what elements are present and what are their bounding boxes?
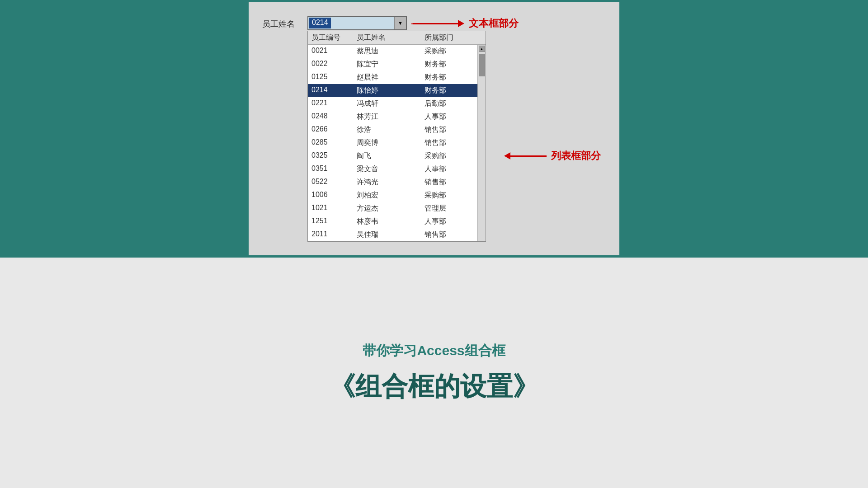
- dialog-card: 员工姓名 0214 ▼ 员工编号 员工姓名 所属部门: [249, 2, 619, 255]
- annotation-textbox-container: 文本框部分: [411, 17, 519, 30]
- table-row[interactable]: 0522许鸿光销售部: [308, 176, 477, 189]
- cell-id: 0021: [308, 46, 353, 57]
- cell-id: 0221: [308, 98, 353, 109]
- cell-dept: 销售部: [421, 124, 477, 136]
- table-row[interactable]: 0351梁文音人事部: [308, 163, 477, 176]
- cell-id: 0285: [308, 137, 353, 149]
- cell-name: 赵晨祥: [353, 72, 421, 83]
- cell-dept: 采购部: [421, 190, 477, 201]
- cell-dept: 后勤部: [421, 98, 477, 109]
- table-row[interactable]: 2011吴佳瑞销售部: [308, 228, 477, 241]
- cell-name: 吴佳瑞: [353, 229, 421, 240]
- cell-dept: 管理层: [421, 203, 477, 214]
- listbox-body: 0021蔡思迪采购部0022陈宜宁财务部0125赵晨祥财务部0214陈怡婷财务部…: [308, 45, 486, 241]
- listbox-rows: 0021蔡思迪采购部0022陈宜宁财务部0125赵晨祥财务部0214陈怡婷财务部…: [308, 45, 477, 241]
- arrow-left-head: [504, 152, 510, 160]
- cell-name: 林芳江: [353, 111, 421, 122]
- cell-name: 陈宜宁: [353, 59, 421, 70]
- combo-box[interactable]: 0214 ▼ 员工编号 员工姓名 所属部门 0021蔡思迪采购: [307, 16, 486, 242]
- cell-id: 1021: [308, 203, 353, 214]
- cell-name: 冯成轩: [353, 98, 421, 109]
- cell-name: 许鸿光: [353, 177, 421, 188]
- cell-name: 阎飞: [353, 150, 421, 162]
- table-row[interactable]: 0221冯成轩后勤部: [308, 97, 477, 110]
- annotation-listbox-label: 列表框部分: [551, 149, 601, 163]
- cell-id: 0351: [308, 164, 353, 175]
- cell-dept: 财务部: [421, 72, 477, 83]
- table-row[interactable]: 0248林芳江人事部: [308, 110, 477, 123]
- cell-dept: 销售部: [421, 137, 477, 149]
- table-row[interactable]: 1021方运杰管理层: [308, 202, 477, 215]
- table-row[interactable]: 0214陈怡婷财务部: [308, 84, 477, 97]
- table-row[interactable]: 0285周奕博销售部: [308, 136, 477, 150]
- combo-dropdown-arrow[interactable]: ▼: [394, 17, 406, 29]
- scroll-thumb[interactable]: [479, 54, 485, 76]
- cell-id: 0125: [308, 72, 353, 83]
- arrow-right-head: [458, 20, 464, 27]
- annotation-textbox-label: 文本框部分: [469, 17, 519, 30]
- cell-dept: 人事部: [421, 111, 477, 122]
- cell-dept: 财务部: [421, 59, 477, 70]
- cell-name: 蔡思迪: [353, 46, 421, 57]
- annotation-listbox-container: 列表框部分: [504, 149, 601, 163]
- cell-name: 刘柏宏: [353, 190, 421, 201]
- scrollbar[interactable]: ▲: [477, 45, 486, 241]
- table-row[interactable]: 1006刘柏宏采购部: [308, 189, 477, 202]
- top-section: 员工姓名 0214 ▼ 员工编号 员工姓名 所属部门: [0, 0, 868, 258]
- arrow-line: [413, 23, 458, 24]
- arrow-line2: [510, 155, 547, 157]
- cell-id: 0248: [308, 111, 353, 122]
- listbox-header: 员工编号 员工姓名 所属部门: [308, 31, 486, 45]
- cell-id: 0325: [308, 150, 353, 162]
- field-label: 员工姓名: [262, 16, 298, 29]
- table-row[interactable]: 0325阎飞采购部: [308, 150, 477, 163]
- header-name: 员工姓名: [353, 31, 421, 44]
- cell-name: 陈怡婷: [353, 85, 421, 96]
- combo-textbox[interactable]: 0214 ▼: [307, 16, 407, 30]
- cell-name: 林彦韦: [353, 216, 421, 227]
- cell-dept: 采购部: [421, 150, 477, 162]
- field-row: 员工姓名 0214 ▼ 员工编号 员工姓名 所属部门: [262, 16, 606, 242]
- header-id: 员工编号: [308, 31, 353, 44]
- bottom-section: 带你学习Access组合框 《组合框的设置》: [0, 258, 868, 488]
- header-dept: 所属部门: [421, 31, 486, 44]
- cell-id: 2011: [308, 229, 353, 240]
- listbox[interactable]: 员工编号 员工姓名 所属部门 0021蔡思迪采购部0022陈宜宁财务部0125赵…: [307, 31, 486, 242]
- cell-id: 0022: [308, 59, 353, 70]
- cell-dept: 销售部: [421, 229, 477, 240]
- cell-dept: 采购部: [421, 46, 477, 57]
- cell-name: 梁文音: [353, 164, 421, 175]
- cell-name: 徐浩: [353, 124, 421, 136]
- cell-id: 1006: [308, 190, 353, 201]
- table-row[interactable]: 1251林彦韦人事部: [308, 215, 477, 228]
- cell-id: 0522: [308, 177, 353, 188]
- table-row[interactable]: 0021蔡思迪采购部: [308, 45, 477, 58]
- cell-id: 0214: [308, 85, 353, 96]
- table-row[interactable]: 0022陈宜宁财务部: [308, 58, 477, 71]
- table-row[interactable]: 0125赵晨祥财务部: [308, 71, 477, 84]
- scroll-up[interactable]: ▲: [479, 46, 485, 52]
- combo-selected-value: 0214: [309, 18, 331, 28]
- main-title: 《组合框的设置》: [329, 369, 539, 404]
- subtitle: 带你学习Access组合框: [363, 342, 505, 360]
- cell-name: 周奕博: [353, 137, 421, 149]
- cell-dept: 销售部: [421, 177, 477, 188]
- cell-dept: 财务部: [421, 85, 477, 96]
- cell-id: 1251: [308, 216, 353, 227]
- cell-dept: 人事部: [421, 164, 477, 175]
- cell-id: 0266: [308, 124, 353, 136]
- cell-name: 方运杰: [353, 203, 421, 214]
- cell-dept: 人事部: [421, 216, 477, 227]
- table-row[interactable]: 0266徐浩销售部: [308, 123, 477, 136]
